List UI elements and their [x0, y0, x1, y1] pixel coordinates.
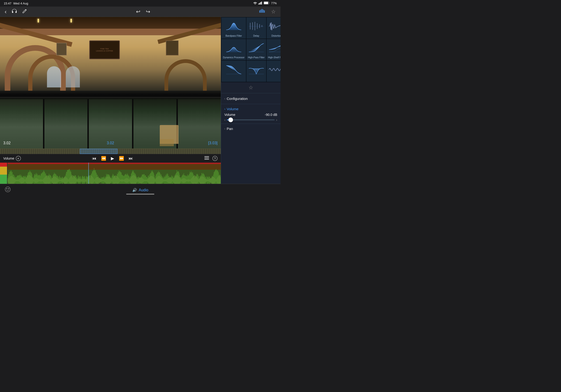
volume-label-text: Volume: [3, 156, 14, 160]
audio-speaker-icon: 🔊: [132, 188, 137, 192]
video-area: FINE TEALEAVES & COFFEE 3.02 3.02 [3.03]: [0, 17, 221, 149]
configuration-header[interactable]: › Configuration: [224, 95, 277, 102]
toolbar-left: ‹: [5, 9, 27, 15]
favorite-button[interactable]: ☆: [271, 9, 276, 15]
svg-rect-9: [263, 10, 264, 13]
vu-red: [0, 163, 7, 167]
step-back-button[interactable]: ⏪: [101, 156, 106, 161]
svg-rect-3: [261, 2, 262, 4]
undo-button[interactable]: ↩: [136, 9, 140, 15]
list-button[interactable]: [204, 156, 209, 161]
date: Wed 4 Aug: [13, 2, 28, 5]
skip-to-end-button[interactable]: ⏭: [129, 156, 133, 161]
vu-yellow: [0, 167, 7, 174]
highshelf-preview: [268, 41, 280, 55]
svg-rect-7: [260, 10, 261, 13]
redo-button[interactable]: ↪: [146, 9, 150, 15]
play-button[interactable]: ▶: [111, 156, 114, 161]
status-left: 15:47 Wed 4 Aug: [4, 2, 28, 5]
emoji-icon[interactable]: [5, 186, 11, 194]
pan-label: Pan: [227, 127, 233, 131]
volume-label: Volume: [224, 113, 235, 117]
timeline-strip[interactable]: [0, 149, 221, 154]
help-button[interactable]: ?: [212, 156, 217, 161]
volume-slider[interactable]: [227, 120, 275, 120]
audio-label: Audio: [139, 188, 149, 192]
volume-slider-container: ‹ ›: [224, 118, 277, 122]
configuration-section: › Configuration: [221, 93, 280, 104]
volume-header[interactable]: ‹ Volume: [224, 106, 277, 113]
effect-distortion[interactable]: Distortion: [267, 17, 280, 39]
pan-chevron: ›: [224, 127, 225, 131]
playback-label: Volume +: [3, 156, 21, 161]
svg-rect-12: [204, 158, 209, 158]
back-button[interactable]: ‹: [5, 9, 7, 15]
distortion-preview: [268, 19, 280, 33]
dynamics-label: Dynamics Processor: [223, 56, 245, 59]
svg-rect-2: [260, 2, 261, 4]
highpass-preview: [248, 41, 265, 55]
effect-8[interactable]: [247, 61, 266, 82]
effect-delay[interactable]: Delay: [247, 17, 266, 39]
audio-level-icon[interactable]: [259, 9, 266, 15]
svg-rect-6: [259, 10, 260, 13]
svg-rect-1: [259, 3, 260, 4]
slider-decrement[interactable]: ‹: [224, 118, 226, 122]
step-forward-button[interactable]: ⏩: [119, 156, 124, 161]
delay-preview: [248, 19, 265, 33]
effect-grid: Bandpass Filter: [221, 17, 280, 82]
slider-thumb[interactable]: [228, 118, 233, 122]
svg-rect-5: [264, 2, 268, 4]
effect-dynamics-processor[interactable]: Dynamics Processor: [222, 39, 246, 60]
toolbar: ‹ ↩ ↪ ☆: [0, 7, 280, 17]
effect-7[interactable]: [222, 61, 246, 82]
effect8-preview: [248, 63, 265, 76]
timestamp-left: 3.02: [3, 141, 11, 145]
svg-rect-0: [259, 3, 259, 4]
svg-rect-10: [264, 10, 265, 13]
toolbar-center: ↩ ↪: [136, 9, 150, 15]
playback-bar: Volume + ⏮ ⏪ ▶ ⏩ ⏭ ?: [0, 154, 221, 163]
svg-rect-11: [204, 156, 209, 157]
edit-icon[interactable]: [22, 9, 27, 15]
pan-section: › Pan: [221, 124, 280, 133]
home-indicator: [126, 194, 154, 195]
skip-to-start-button[interactable]: ⏮: [92, 156, 96, 161]
highshelf-label: High-Shelf Filter: [268, 56, 280, 59]
audio-button[interactable]: 🔊 Audio: [132, 188, 149, 192]
bandpass-preview: [223, 19, 245, 33]
battery-percent: 77%: [271, 2, 277, 5]
effect9-preview: [268, 63, 280, 76]
config-label: Configuration: [227, 97, 248, 101]
config-chevron: ›: [224, 97, 225, 100]
volume-row: Volume -90.0 dB: [224, 113, 277, 117]
signal-icon: [259, 2, 262, 5]
svg-point-36: [7, 188, 7, 189]
distortion-label: Distortion: [271, 34, 280, 37]
svg-rect-8: [262, 9, 262, 13]
effect7-preview: [223, 63, 245, 76]
volume-chevron-open: ‹: [224, 107, 225, 111]
bandpass-label: Bandpass Filter: [226, 34, 242, 37]
highpass-label: High-Pass Filter: [248, 56, 265, 59]
playback-right: ?: [204, 156, 217, 161]
timestamp-center: 3.02: [107, 141, 114, 145]
battery-icon: [264, 1, 270, 5]
favorites-star[interactable]: ☆: [221, 82, 280, 93]
delay-label: Delay: [253, 34, 259, 37]
effect-high-pass[interactable]: High-Pass Filter: [247, 39, 266, 60]
effect-high-shelf[interactable]: High-Shelf Filter: [267, 39, 280, 60]
slider-increment[interactable]: ›: [276, 118, 277, 122]
svg-point-37: [9, 188, 9, 189]
effect-bandpass-filter[interactable]: Bandpass Filter: [222, 17, 246, 39]
volume-value: -90.0 dB: [265, 113, 277, 117]
headphones-icon[interactable]: [11, 9, 17, 15]
pan-header[interactable]: › Pan: [224, 125, 277, 132]
svg-point-35: [5, 187, 10, 192]
svg-rect-13: [204, 159, 209, 160]
status-bar: 15:47 Wed 4 Aug 77%: [0, 0, 280, 7]
effect-9[interactable]: [267, 61, 280, 82]
toolbar-right: ☆: [259, 9, 276, 15]
add-track-icon[interactable]: +: [16, 156, 21, 161]
wifi-icon: [253, 2, 257, 5]
